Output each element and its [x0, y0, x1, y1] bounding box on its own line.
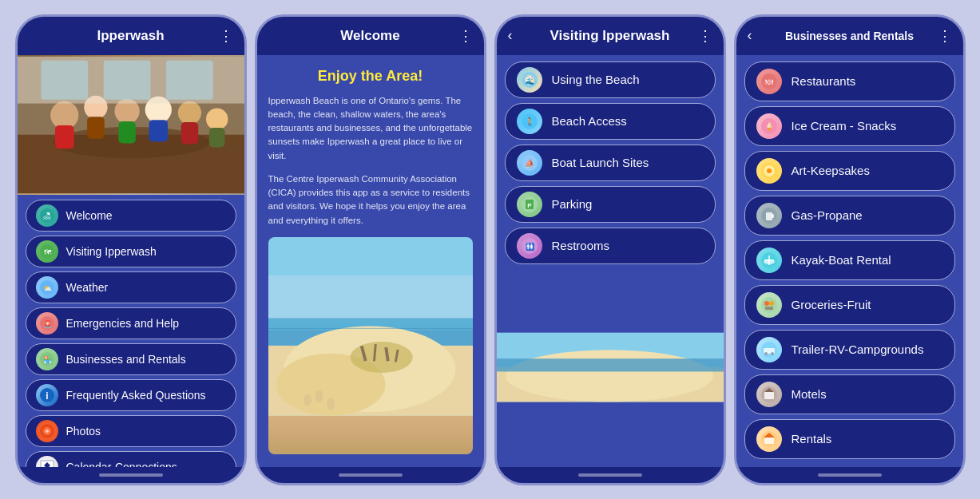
phone4-back-button[interactable]: ‹ — [748, 27, 767, 44]
phone3-more-button[interactable]: ⋮ — [693, 27, 712, 45]
svg-text:i: i — [46, 390, 48, 402]
weather-icon: ⛅ — [36, 276, 58, 299]
phone-businesses-rentals: ‹ Businesses and Rentals ⋮ 🍽 Restaurants… — [734, 14, 966, 485]
nav-label-using-beach: Using the Beach — [552, 73, 640, 86]
menu-item-businesses[interactable]: 🏪 Businesses and Rentals — [26, 343, 236, 375]
restrooms-icon: 🚻 — [517, 233, 542, 259]
phone1-title: Ipperwash — [48, 28, 214, 44]
nav-item-icecream[interactable]: 🍦 Ice Cream - Snacks — [744, 106, 955, 146]
nav-label-trailer: Trailer-RV-Campgrounds — [792, 343, 924, 356]
phone2-more-button[interactable]: ⋮ — [454, 27, 473, 45]
nav-item-grocery[interactable]: Groceries-Fruit — [744, 285, 955, 325]
beach-access-icon: 🚶 — [517, 109, 542, 134]
menu-item-weather[interactable]: ⛅ Weather — [26, 271, 236, 303]
menu-item-emergencies[interactable]: 🚨 Emergencies and Help — [26, 307, 236, 339]
svg-rect-10 — [149, 120, 168, 141]
svg-point-33 — [46, 430, 49, 433]
svg-text:🚶: 🚶 — [525, 117, 535, 127]
nav-label-kayak: Kayak-Boat Rental — [792, 253, 891, 267]
nav-item-parking[interactable]: P Parking — [505, 186, 716, 223]
nav-item-art[interactable]: Art-Keepsakes — [744, 151, 955, 191]
nav-item-beach-access[interactable]: 🚶 Beach Access — [505, 103, 716, 140]
visiting-icon: 🗺 — [36, 240, 58, 263]
gas-icon — [756, 203, 782, 228]
svg-point-49 — [315, 390, 323, 402]
svg-rect-74 — [497, 358, 724, 371]
nav-item-trailer[interactable]: Trailer-RV-Campgrounds — [744, 330, 955, 370]
phone3-beach-footer — [497, 267, 724, 467]
grocery-icon — [756, 292, 782, 318]
phone1-more-button[interactable]: ⋮ — [214, 27, 233, 45]
menu-label-businesses: Businesses and Rentals — [66, 353, 186, 366]
phone4-nav-list: 🍽 Restaurants 🍦 Ice Cream - Snacks Art-K… — [736, 55, 963, 467]
svg-point-95 — [764, 352, 768, 355]
welcome-content-area: Enjoy the Area! Ipperwash Beach is one o… — [257, 55, 484, 467]
svg-text:🏖: 🏖 — [43, 212, 51, 220]
banner-svg — [18, 55, 244, 195]
parking-icon: P — [517, 192, 542, 217]
beach-scene-image — [268, 237, 473, 454]
phone1-home-indicator — [99, 473, 163, 477]
business-icon: 🏪 — [36, 348, 58, 370]
menu-item-visiting[interactable]: 🗺 Visiting Ipperwash — [26, 236, 236, 267]
phone3-nav-list: 🌊 Using the Beach 🚶 Beach Access ⛵ Boat … — [497, 55, 724, 267]
nav-item-motels[interactable]: Motels — [744, 374, 955, 414]
menu-item-faq[interactable]: i Frequently Asked Questions — [26, 379, 236, 411]
menu-item-photos[interactable]: Photos — [26, 415, 236, 447]
nav-label-rentals: Rentals — [792, 432, 832, 446]
svg-text:🍦: 🍦 — [764, 121, 775, 132]
restaurants-icon: 🍽 — [756, 69, 782, 94]
photos-icon — [36, 420, 58, 442]
phone2-home-indicator — [339, 473, 403, 477]
svg-point-13 — [206, 108, 228, 129]
icecream-icon: 🍦 — [756, 113, 782, 139]
svg-text:P: P — [527, 202, 532, 209]
nav-item-gas[interactable]: Gas-Propane — [744, 196, 955, 236]
phone1-bottom-bar — [18, 467, 244, 483]
menu-item-calendar[interactable]: Calendar-Connections — [26, 451, 236, 467]
svg-text:🏪: 🏪 — [42, 355, 52, 365]
svg-rect-16 — [41, 60, 88, 99]
menu-label-faq: Frequently Asked Questions — [66, 389, 206, 402]
boat-launch-icon: ⛵ — [517, 150, 542, 176]
phone3-back-button[interactable]: ‹ — [508, 27, 527, 44]
svg-rect-37 — [268, 275, 473, 323]
nav-item-rentals[interactable]: Rentals — [744, 419, 955, 459]
svg-text:⛅: ⛅ — [42, 283, 52, 293]
faq-icon: i — [36, 384, 58, 406]
svg-text:🚨: 🚨 — [42, 319, 52, 329]
nav-item-restaurants[interactable]: 🍽 Restaurants — [744, 61, 955, 101]
nav-label-restaurants: Restaurants — [792, 74, 856, 88]
menu-item-welcome[interactable]: 🏖 Welcome — [26, 200, 236, 232]
nav-item-using-beach[interactable]: 🌊 Using the Beach — [505, 61, 716, 98]
phone3-title: Visiting Ipperwash — [527, 28, 693, 44]
phone1-banner-image — [18, 55, 244, 195]
svg-rect-8 — [118, 121, 136, 143]
svg-rect-4 — [55, 125, 74, 148]
svg-rect-84 — [772, 214, 774, 218]
rentals-icon — [756, 426, 782, 452]
nav-label-grocery: Groceries-Fruit — [792, 298, 871, 311]
phone3-beach-svg — [497, 267, 724, 467]
phone2-bottom-bar — [257, 467, 484, 483]
menu-label-photos: Photos — [66, 425, 101, 438]
phone4-more-button[interactable]: ⋮ — [933, 27, 952, 45]
phone-welcome: Welcome ⋮ Enjoy the Area! Ipperwash Beac… — [255, 14, 486, 485]
svg-rect-14 — [208, 127, 224, 146]
menu-label-visiting: Visiting Ipperwash — [66, 245, 157, 258]
phone3-header: ‹ Visiting Ipperwash ⋮ — [497, 17, 724, 55]
svg-text:🌊: 🌊 — [525, 75, 535, 85]
svg-rect-12 — [181, 122, 198, 144]
svg-point-11 — [177, 101, 200, 124]
svg-text:🚻: 🚻 — [525, 242, 534, 251]
svg-point-96 — [771, 352, 774, 355]
nav-label-boat-launch: Boat Launch Sites — [552, 156, 649, 169]
nav-item-boat-launch[interactable]: ⛵ Boat Launch Sites — [505, 145, 716, 181]
kayak-icon — [756, 248, 782, 273]
nav-item-restrooms[interactable]: 🚻 Restrooms — [505, 228, 716, 264]
welcome-paragraph-2: The Centre Ipperwash Community Associati… — [268, 172, 473, 228]
svg-rect-101 — [764, 438, 774, 444]
phone-visiting-ipperwash: ‹ Visiting Ipperwash ⋮ 🌊 Using the Beach… — [494, 14, 726, 485]
phone4-bottom-bar — [736, 467, 963, 483]
nav-item-kayak[interactable]: Kayak-Boat Rental — [744, 240, 955, 280]
